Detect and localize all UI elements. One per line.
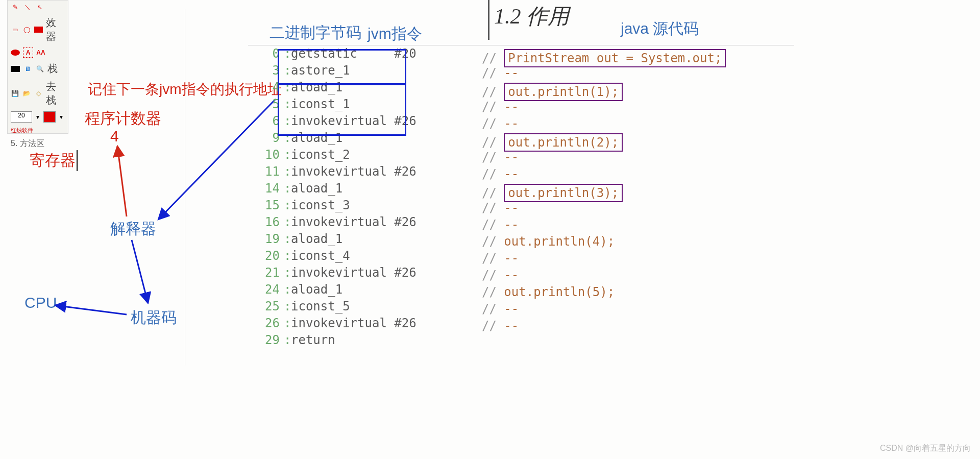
- comment: // out.println(5);: [482, 285, 615, 299]
- instruction: aload_1: [291, 231, 444, 248]
- line-icon[interactable]: ＼: [23, 3, 32, 12]
- note-cpu: CPU: [24, 294, 57, 311]
- highlight-box-2: [278, 84, 406, 136]
- colon: :: [284, 298, 291, 315]
- ellipse-icon[interactable]: ◯: [22, 25, 31, 34]
- line-number: 20: [248, 248, 284, 264]
- note-machine-code: 机器码: [131, 307, 177, 328]
- comment-text: --: [504, 201, 519, 215]
- comment: // --: [482, 201, 519, 215]
- comment-text: --: [504, 268, 519, 282]
- color-swatch[interactable]: [43, 111, 56, 123]
- note-pc-value: 4: [110, 128, 119, 145]
- fill-rect-icon[interactable]: [34, 27, 43, 33]
- header-jvm: jvm指令: [368, 23, 422, 44]
- colon: :: [284, 163, 291, 180]
- colon: :: [284, 231, 291, 248]
- colon: :: [284, 197, 291, 214]
- code-row: 25:iconst_5: [248, 298, 794, 315]
- comment-boxed: out.println(2);: [504, 133, 623, 152]
- comment: // --: [482, 268, 519, 282]
- toolbox-label-2: 栈: [47, 62, 58, 76]
- comment-boxed: out.println(3);: [504, 184, 623, 202]
- note-register: 寄存器: [30, 150, 78, 171]
- note-interpreter: 解释器: [110, 219, 156, 239]
- magnifier-icon[interactable]: 🔍: [35, 64, 44, 74]
- comment-text: --: [504, 167, 519, 181]
- code-row: 16:invokevirtual #26: [248, 214, 794, 231]
- instruction: invokevirtual #26: [291, 163, 444, 180]
- arrow-icon[interactable]: ↖: [35, 3, 44, 12]
- diamond-icon[interactable]: ◇: [34, 89, 43, 98]
- colon: :: [284, 248, 291, 264]
- line-number: 11: [248, 163, 284, 180]
- open-icon[interactable]: 📂: [22, 89, 31, 98]
- instruction: invokevirtual #26: [291, 264, 444, 281]
- comment: // out.println(3);: [482, 184, 623, 202]
- comment: // --: [482, 218, 519, 232]
- code-row: 20:iconst_4: [248, 248, 794, 264]
- instruction: aload_1: [291, 281, 444, 298]
- comment-text: --: [504, 319, 519, 333]
- comment: // out.println(1);: [482, 83, 623, 101]
- panel-divider: [185, 9, 185, 366]
- black-rect-icon[interactable]: [11, 66, 20, 72]
- vertical-divider: [488, 0, 489, 40]
- instruction: return: [291, 332, 444, 349]
- colon: :: [284, 264, 291, 281]
- colon: :: [284, 180, 291, 197]
- toolbox-label-1: 效器: [46, 16, 65, 43]
- code-row: 11:invokevirtual #26: [248, 163, 794, 180]
- line-number: 21: [248, 264, 284, 281]
- highlight-box-1: [278, 49, 406, 85]
- comment-boxed: out.println(1);: [504, 83, 623, 101]
- line-number: 25: [248, 298, 284, 315]
- line-number: 15: [248, 197, 284, 214]
- line-number: 26: [248, 315, 284, 332]
- header-bytecode: 二进制字节码: [270, 22, 361, 43]
- comment: // --: [482, 251, 519, 265]
- comment: // --: [482, 116, 519, 131]
- comment-text: --: [504, 66, 519, 80]
- comment: // --: [482, 100, 519, 114]
- comment-text: out.println(4);: [504, 234, 615, 249]
- save-icon[interactable]: 💾: [11, 89, 19, 98]
- comment: // out.println(2);: [482, 133, 623, 152]
- font-size-select[interactable]: 20: [11, 111, 32, 123]
- colon: :: [284, 214, 291, 231]
- comment-boxed: PrintStream out = System.out;: [504, 49, 726, 67]
- rect-icon[interactable]: ▭: [11, 25, 19, 34]
- colon: :: [284, 147, 291, 163]
- section-title: 1.2 作用: [494, 2, 569, 31]
- line-number: 19: [248, 231, 284, 248]
- line-number: 10: [248, 147, 284, 163]
- line-number: 29: [248, 332, 284, 349]
- comment-text: --: [504, 150, 519, 164]
- toolbox-brand: 红烛软件: [11, 127, 33, 134]
- colon: :: [284, 281, 291, 298]
- comment: // out.println(4);: [482, 234, 615, 249]
- monitor-icon[interactable]: 🖥: [23, 64, 32, 74]
- pencil-icon[interactable]: ✎: [11, 3, 20, 12]
- svg-line-0: [117, 146, 127, 216]
- comment-text: --: [504, 218, 519, 232]
- code-row: 29:return: [248, 332, 794, 349]
- svg-line-3: [55, 305, 127, 315]
- line-number: 16: [248, 214, 284, 231]
- watermark: CSDN @向着五星的方向: [880, 443, 971, 454]
- text-a-icon[interactable]: A: [23, 47, 33, 58]
- instruction: invokevirtual #26: [291, 315, 444, 332]
- instruction: aload_1: [291, 180, 444, 197]
- instruction: iconst_3: [291, 197, 444, 214]
- comment-text: --: [504, 302, 519, 316]
- colon: :: [284, 315, 291, 332]
- instruction: iconst_5: [291, 298, 444, 315]
- comment: // PrintStream out = System.out;: [482, 49, 726, 67]
- instruction: iconst_2: [291, 147, 444, 163]
- comment-text: out.println(5);: [504, 285, 615, 299]
- text-aa-icon[interactable]: AA: [36, 48, 45, 57]
- code-row: 21:invokevirtual #26: [248, 264, 794, 281]
- instruction: iconst_4: [291, 248, 444, 264]
- comment: // --: [482, 319, 519, 333]
- fill-ellipse-icon[interactable]: [11, 50, 20, 56]
